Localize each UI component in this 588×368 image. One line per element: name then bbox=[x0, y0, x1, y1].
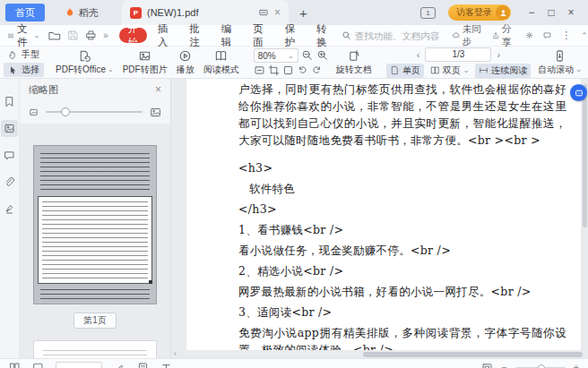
thumbnail-panel-header: 缩略图 × bbox=[20, 79, 170, 100]
new-tab-icon[interactable]: + bbox=[299, 6, 307, 20]
menu-tab-convert[interactable]: 转换 bbox=[306, 22, 338, 49]
rotate-right-icon[interactable] bbox=[311, 64, 323, 76]
pdf-page[interactable]: 户选择，同时更有热门标签页供用查找，软件也会根据你的喜好给你推荐你喜欢的小说，非… bbox=[186, 79, 581, 350]
doc-paragraph: 看小说做任务，现金奖励赚不停。<br /> bbox=[238, 242, 566, 259]
zoom-slider-knob[interactable] bbox=[538, 364, 545, 368]
horizontal-scroll-thumb[interactable] bbox=[363, 352, 583, 357]
continuous-read-button[interactable]: 连续阅读 bbox=[475, 64, 531, 78]
signature-panel-button[interactable] bbox=[1, 201, 18, 218]
pdf-to-image-button[interactable]: PDF转图片 bbox=[118, 47, 172, 78]
chevron-down-icon: ⌄ bbox=[288, 52, 294, 60]
maximize-button[interactable]: □ bbox=[541, 6, 561, 19]
two-page-button[interactable]: 双页 ⌄ bbox=[427, 64, 473, 78]
large-thumbnail-icon[interactable] bbox=[150, 107, 161, 118]
current-view-indicator[interactable] bbox=[38, 196, 152, 284]
slider-knob[interactable] bbox=[61, 107, 70, 116]
thumbnail-text-lines bbox=[40, 289, 150, 300]
doc-paragraph: 软件特色 bbox=[238, 180, 566, 197]
file-menu[interactable]: 文件 ⌄ bbox=[7, 22, 39, 49]
zoom-level-select[interactable]: 80% ⌄ bbox=[254, 48, 298, 63]
menu-tab-page[interactable]: 页面 bbox=[242, 22, 274, 49]
chevron-down-icon: ⌄ bbox=[463, 66, 470, 74]
save-icon[interactable] bbox=[67, 30, 79, 41]
fit-screen-icon[interactable] bbox=[481, 362, 493, 368]
scroll-left-icon[interactable]: ‹ bbox=[174, 351, 181, 357]
actual-size-icon[interactable] bbox=[254, 64, 265, 76]
window-count-badge[interactable]: 1 bbox=[420, 7, 436, 19]
pdf-to-office-button[interactable]: PDF转Office⌄ bbox=[51, 47, 118, 78]
auto-scroll-button[interactable]: 自动滚动⌄ bbox=[533, 47, 586, 78]
more-quick-icons[interactable]: » bbox=[103, 30, 108, 40]
small-thumbnail-icon[interactable] bbox=[29, 107, 39, 117]
print-icon[interactable] bbox=[85, 30, 97, 41]
search-box[interactable] bbox=[342, 30, 452, 41]
chevron-down-icon: ⌄ bbox=[575, 65, 582, 73]
thumbnail-panel-close-icon[interactable]: × bbox=[155, 83, 161, 96]
rotate-document-button[interactable]: 旋转文档 bbox=[332, 47, 376, 78]
close-button[interactable]: × bbox=[561, 6, 581, 19]
hand-tool-button[interactable]: 手型 bbox=[4, 47, 44, 62]
open-folder-icon[interactable] bbox=[48, 30, 61, 42]
single-page-label: 单页 bbox=[402, 64, 420, 77]
menu-tab-protect[interactable]: 保护 bbox=[274, 22, 307, 49]
previous-page-icon[interactable]: ‹ bbox=[414, 49, 423, 60]
note-tool-icon[interactable] bbox=[137, 362, 149, 368]
play-button[interactable]: 播放 bbox=[172, 47, 199, 78]
tab-close-icon[interactable]: × bbox=[274, 6, 281, 19]
select-tool-button[interactable]: 选择 bbox=[4, 63, 44, 77]
tab-feedback-icon[interactable] bbox=[258, 7, 269, 18]
zoom-in-icon[interactable] bbox=[316, 49, 329, 62]
avatar bbox=[496, 5, 510, 20]
rotate-left-icon[interactable] bbox=[297, 64, 308, 76]
assistant-fab-button[interactable] bbox=[570, 84, 587, 101]
hand-icon bbox=[8, 50, 18, 60]
sync-status[interactable]: 未同步 bbox=[452, 23, 482, 48]
share-button[interactable]: 分享 bbox=[492, 22, 515, 49]
zoom-out-icon[interactable] bbox=[301, 49, 314, 62]
menu-tab-start[interactable]: 开始 bbox=[119, 28, 147, 43]
continuous-read-icon bbox=[479, 65, 489, 75]
single-page-button[interactable]: 单页 bbox=[386, 64, 424, 78]
page-1-thumbnail[interactable] bbox=[33, 145, 157, 304]
thumbnails-panel-button[interactable] bbox=[1, 120, 18, 137]
vertical-scrollbar[interactable] bbox=[583, 84, 587, 227]
document-viewport[interactable]: 户选择，同时更有热门标签页供用查找，软件也会根据你的喜好给你推荐你喜欢的小说，非… bbox=[170, 79, 588, 358]
guest-login-button[interactable]: 访客登录 bbox=[448, 4, 511, 21]
book-view-icon[interactable] bbox=[32, 362, 44, 368]
highlight-tool-icon[interactable] bbox=[114, 362, 125, 368]
tab-docer[interactable]: 稻壳 bbox=[59, 4, 104, 21]
docer-flame-icon bbox=[65, 7, 75, 18]
page-layout-icon[interactable] bbox=[9, 362, 21, 368]
menu-tab-insert[interactable]: 插入 bbox=[147, 22, 179, 49]
fit-page-icon[interactable] bbox=[282, 64, 294, 76]
read-mode-button[interactable]: 阅读模式 bbox=[199, 47, 244, 78]
menu-tab-annotate[interactable]: 批注 bbox=[178, 22, 211, 49]
search-input[interactable] bbox=[355, 30, 452, 41]
page-indicator[interactable]: 1/3 bbox=[425, 47, 491, 62]
view-indicator-handle[interactable] bbox=[149, 280, 152, 284]
next-page-icon[interactable]: › bbox=[494, 49, 503, 60]
status-page-field[interactable] bbox=[56, 362, 102, 368]
comments-panel-button[interactable] bbox=[1, 147, 18, 164]
zoom-plus-icon[interactable]: + bbox=[574, 362, 579, 368]
crop-page-icon[interactable] bbox=[268, 64, 280, 76]
tab-home[interactable]: 首页 bbox=[5, 4, 45, 21]
doc-paragraph: 3、适阅读<br /> bbox=[238, 304, 566, 321]
doc-paragraph: 1、看书赚钱<br /> bbox=[238, 221, 566, 238]
zoom-minus-icon[interactable]: − bbox=[501, 362, 506, 368]
horizontal-scrollbar[interactable]: ‹ bbox=[174, 351, 585, 357]
thumbnail-size-slider[interactable] bbox=[46, 111, 143, 113]
minimize-button[interactable]: − bbox=[522, 6, 541, 19]
sync-status-label: 未同步 bbox=[463, 23, 482, 48]
page-2-thumbnail[interactable] bbox=[33, 340, 157, 358]
thumbnail-image-icon bbox=[4, 123, 15, 134]
attachments-panel-button[interactable] bbox=[1, 174, 18, 191]
gear-icon[interactable] bbox=[525, 30, 533, 41]
menu-tab-edit[interactable]: 编辑 bbox=[211, 22, 243, 49]
more-menu-icon[interactable]: ⋮ bbox=[561, 30, 571, 41]
collapse-toolbar-icon[interactable]: ⌃ bbox=[581, 31, 588, 40]
comment-icon[interactable] bbox=[543, 30, 551, 41]
page-1-label: 第1页 bbox=[74, 312, 117, 329]
text-tool-icon[interactable] bbox=[160, 362, 172, 368]
bookmarks-panel-button[interactable] bbox=[1, 93, 18, 110]
